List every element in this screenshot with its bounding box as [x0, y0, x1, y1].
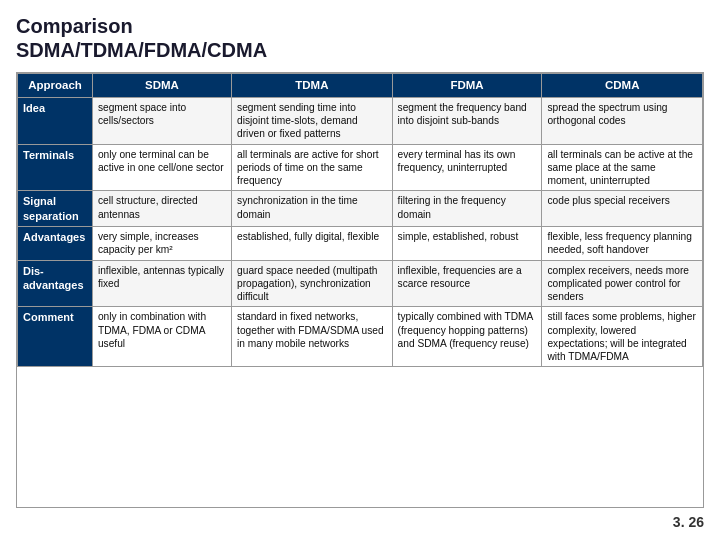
table-row: Ideasegment space into cells/sectorssegm…	[18, 97, 703, 144]
cell-3-tdma: established, fully digital, flexible	[232, 227, 393, 261]
cell-2-fdma: filtering in the frequency domain	[392, 191, 542, 227]
cell-1-approach: Terminals	[18, 144, 93, 191]
cell-3-cdma: flexible, less frequency planning needed…	[542, 227, 703, 261]
cell-1-fdma: every terminal has its own frequency, un…	[392, 144, 542, 191]
cell-5-approach: Comment	[18, 307, 93, 367]
table-row: Commentonly in combination with TDMA, FD…	[18, 307, 703, 367]
cell-5-fdma: typically combined with TDMA (frequency …	[392, 307, 542, 367]
cell-0-approach: Idea	[18, 97, 93, 144]
cell-2-cdma: code plus special receivers	[542, 191, 703, 227]
table-row: Signal separationcell structure, directe…	[18, 191, 703, 227]
title-line1: Comparison	[16, 14, 704, 38]
cell-1-sdma: only one terminal can be active in one c…	[92, 144, 231, 191]
title-block: Comparison SDMA/TDMA/FDMA/CDMA	[16, 14, 704, 62]
cell-3-approach: Advantages	[18, 227, 93, 261]
cell-4-cdma: complex receivers, needs more complicate…	[542, 260, 703, 307]
page: Comparison SDMA/TDMA/FDMA/CDMA Approach …	[0, 0, 720, 540]
cell-2-approach: Signal separation	[18, 191, 93, 227]
header-cdma: CDMA	[542, 74, 703, 98]
table-row: Dis-advantagesinflexible, antennas typic…	[18, 260, 703, 307]
comparison-table-container: Approach SDMA TDMA FDMA CDMA Ideasegment…	[16, 72, 704, 508]
cell-0-tdma: segment sending time into disjoint time-…	[232, 97, 393, 144]
cell-5-tdma: standard in fixed networks, together wit…	[232, 307, 393, 367]
header-tdma: TDMA	[232, 74, 393, 98]
footer: 3. 26	[16, 508, 704, 530]
header-sdma: SDMA	[92, 74, 231, 98]
table-header-row: Approach SDMA TDMA FDMA CDMA	[18, 74, 703, 98]
cell-0-sdma: segment space into cells/sectors	[92, 97, 231, 144]
cell-1-tdma: all terminals are active for short perio…	[232, 144, 393, 191]
cell-5-cdma: still faces some problems, higher comple…	[542, 307, 703, 367]
cell-4-sdma: inflexible, antennas typically fixed	[92, 260, 231, 307]
cell-3-fdma: simple, established, robust	[392, 227, 542, 261]
table-row: Terminalsonly one terminal can be active…	[18, 144, 703, 191]
cell-2-sdma: cell structure, directed antennas	[92, 191, 231, 227]
cell-4-tdma: guard space needed (multipath propagatio…	[232, 260, 393, 307]
cell-2-tdma: synchronization in the time domain	[232, 191, 393, 227]
header-approach: Approach	[18, 74, 93, 98]
cell-3-sdma: very simple, increases capacity per km²	[92, 227, 231, 261]
cell-4-fdma: inflexible, frequencies are a scarce res…	[392, 260, 542, 307]
header-fdma: FDMA	[392, 74, 542, 98]
cell-1-cdma: all terminals can be active at the same …	[542, 144, 703, 191]
comparison-table: Approach SDMA TDMA FDMA CDMA Ideasegment…	[17, 73, 703, 367]
cell-4-approach: Dis-advantages	[18, 260, 93, 307]
title-line2: SDMA/TDMA/FDMA/CDMA	[16, 38, 704, 62]
page-number: 3. 26	[673, 514, 704, 530]
table-row: Advantagesvery simple, increases capacit…	[18, 227, 703, 261]
cell-5-sdma: only in combination with TDMA, FDMA or C…	[92, 307, 231, 367]
cell-0-cdma: spread the spectrum using orthogonal cod…	[542, 97, 703, 144]
cell-0-fdma: segment the frequency band into disjoint…	[392, 97, 542, 144]
